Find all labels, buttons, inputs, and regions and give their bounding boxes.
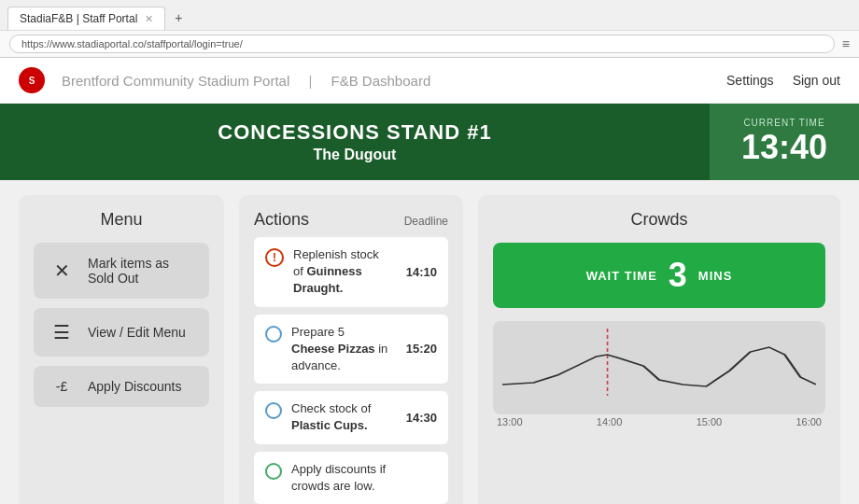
app: S Brentford Community Stadium Portal | F… (0, 58, 859, 504)
circle-icon-4 (265, 463, 282, 480)
wait-number: 3 (669, 256, 687, 295)
actions-panel: Actions Deadline ! Replenish stock of Gu… (239, 195, 463, 504)
action-deadline-2: 15:20 (406, 342, 437, 356)
action-text-4: Apply discounts if crowds are low. (291, 461, 420, 495)
menu-panel-title: Menu (34, 210, 209, 230)
active-tab[interactable]: StadiaF&B | Staff Portal ✕ (7, 7, 165, 30)
discount-icon: -£ (49, 379, 75, 394)
logo: S (19, 67, 45, 93)
browser-menu-icon[interactable]: ≡ (842, 36, 850, 51)
action-text-3: Check stock of Plastic Cups. (291, 400, 389, 434)
main-content: Menu ✕ Mark items asSold Out ☰ View / Ed… (0, 180, 859, 504)
crowds-title: Crowds (493, 210, 825, 230)
plus-icon: + (175, 10, 182, 25)
view-edit-label: View / Edit Menu (88, 325, 186, 340)
nav-title: Brentford Community Stadium Portal | F&B… (54, 73, 726, 89)
hero-banner: CONCESSIONS STAND #1 The Dugout CURRENT … (0, 104, 859, 180)
action-deadline-3: 14:30 (406, 411, 437, 425)
stand-subtitle: The Dugout (314, 147, 397, 163)
browser-chrome: StadiaF&B | Staff Portal ✕ + https://www… (0, 0, 859, 58)
view-edit-menu-button[interactable]: ☰ View / Edit Menu (34, 308, 209, 357)
crowds-panel: Crowds WAIT TIME 3 MINS 13:00 14:00 15:0… (478, 195, 840, 504)
crowd-chart-svg (502, 329, 816, 396)
action-text-2: Prepare 5 Cheese Pizzas in advance. (291, 324, 389, 375)
x-icon: ✕ (49, 259, 75, 282)
menu-panel: Menu ✕ Mark items asSold Out ☰ View / Ed… (19, 195, 224, 504)
time-label: CURRENT TIME (743, 118, 824, 128)
address-bar: https://www.stadiaportal.co/staffportal/… (0, 30, 859, 57)
settings-link[interactable]: Settings (726, 73, 774, 88)
action-item-3[interactable]: Check stock of Plastic Cups. 14:30 (254, 391, 448, 443)
action-deadline-1: 14:10 (406, 265, 437, 279)
hero-main: CONCESSIONS STAND #1 The Dugout (0, 104, 710, 180)
logo-text: S (29, 76, 35, 86)
menu-icon: ☰ (49, 321, 75, 343)
chart-label-3: 15:00 (697, 416, 723, 427)
wait-mins: MINS (698, 269, 733, 283)
mark-sold-out-label: Mark items asSold Out (88, 256, 169, 286)
deadline-header: Deadline (404, 215, 448, 228)
wait-time-badge: WAIT TIME 3 MINS (493, 243, 825, 308)
crowd-chart (493, 321, 825, 414)
action-item-1[interactable]: ! Replenish stock of Guinness Draught. 1… (254, 237, 448, 307)
actions-header: Actions Deadline (254, 210, 448, 230)
current-time-panel: CURRENT TIME 13:40 (710, 104, 859, 180)
stand-name: CONCESSIONS STAND #1 (218, 120, 491, 145)
circle-icon-2 (265, 326, 282, 343)
top-nav: S Brentford Community Stadium Portal | F… (0, 58, 859, 104)
chart-label-2: 14:00 (597, 416, 623, 427)
apply-discounts-button[interactable]: -£ Apply Discounts (34, 366, 209, 407)
action-text-1: Replenish stock of Guinness Draught. (293, 246, 389, 298)
new-tab-button[interactable]: + (167, 6, 190, 30)
nav-links: Settings Sign out (726, 73, 840, 88)
tab-close-icon[interactable]: ✕ (145, 13, 153, 25)
tab-label: StadiaF&B | Staff Portal (20, 12, 137, 25)
wait-label: WAIT TIME (586, 269, 657, 283)
chart-label-1: 13:00 (497, 416, 523, 427)
signout-link[interactable]: Sign out (793, 73, 840, 88)
apply-discounts-label: Apply Discounts (88, 379, 181, 394)
tab-bar: StadiaF&B | Staff Portal ✕ + (0, 0, 859, 30)
mark-sold-out-button[interactable]: ✕ Mark items asSold Out (34, 243, 209, 299)
circle-icon-3 (265, 402, 282, 419)
action-item-2[interactable]: Prepare 5 Cheese Pizzas in advance. 15:2… (254, 315, 448, 385)
action-item-4[interactable]: Apply discounts if crowds are low. (254, 452, 448, 504)
warning-icon: ! (265, 248, 284, 267)
chart-labels: 13:00 14:00 15:00 16:00 (493, 416, 825, 427)
address-input[interactable]: https://www.stadiaportal.co/staffportal/… (9, 35, 835, 53)
time-value: 13:40 (741, 128, 827, 167)
crowd-line (502, 347, 816, 386)
chart-label-4: 16:00 (796, 416, 822, 427)
actions-title: Actions (254, 210, 309, 230)
